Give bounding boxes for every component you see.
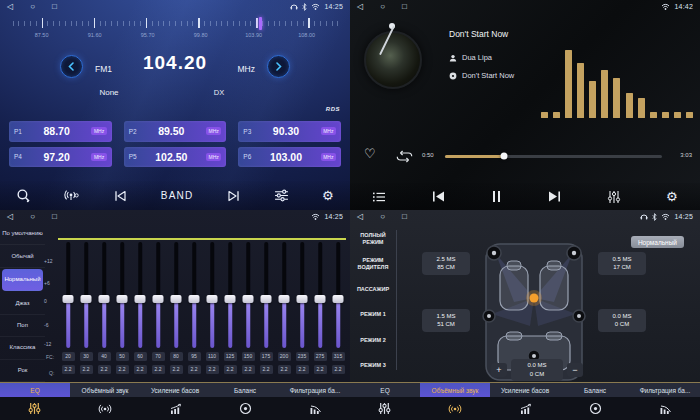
- listening-mode-item[interactable]: РЕЖИМ 2: [350, 327, 396, 352]
- repeat-icon[interactable]: [396, 149, 413, 167]
- dx-local-mode[interactable]: DX: [214, 88, 224, 97]
- eq-band-slider[interactable]: [221, 242, 239, 348]
- eq-band-slider[interactable]: [275, 242, 293, 348]
- listening-mode-item[interactable]: ПОЛНЫЙ РЕЖИМ: [350, 226, 396, 251]
- eq-preset-item[interactable]: Джаз: [0, 292, 45, 314]
- search-icon[interactable]: [16, 188, 31, 203]
- eq-slider-handle[interactable]: [261, 295, 272, 303]
- eq-band-slider[interactable]: [239, 242, 257, 348]
- back-button[interactable]: ◁: [7, 213, 13, 221]
- recents-button[interactable]: □: [52, 3, 57, 11]
- audio-tab[interactable]: Усиление басов: [140, 383, 210, 397]
- recents-button[interactable]: □: [52, 213, 57, 221]
- surround-tab-icon[interactable]: [98, 403, 112, 415]
- eq-band-slider[interactable]: [167, 242, 185, 348]
- delay-increase-button[interactable]: +: [491, 363, 507, 377]
- eq-band-slider[interactable]: [257, 242, 275, 348]
- settings-gear-icon[interactable]: ⚙: [322, 189, 334, 202]
- eq-tab-icon[interactable]: [378, 402, 391, 415]
- eq-slider-handle[interactable]: [315, 295, 326, 303]
- broadcast-scan-icon[interactable]: [64, 189, 80, 203]
- rear-right-delay[interactable]: 0.0 MS 0 CM: [598, 309, 646, 332]
- eq-band-slider[interactable]: [185, 242, 203, 348]
- preset-button[interactable]: P1 88.70 MHz: [9, 121, 112, 142]
- home-button[interactable]: ○: [30, 213, 35, 221]
- eq-slider-handle[interactable]: [225, 295, 236, 303]
- eq-band-slider[interactable]: [77, 242, 95, 348]
- eq-band-slider[interactable]: [95, 242, 113, 348]
- balance-tab-icon[interactable]: [239, 402, 252, 415]
- audio-tab[interactable]: EQ: [0, 383, 70, 397]
- eq-band-slider[interactable]: [329, 242, 347, 348]
- eq-slider-handle[interactable]: [99, 295, 110, 303]
- audio-tab[interactable]: Объёмный звук: [420, 383, 490, 397]
- eq-band-slider[interactable]: [149, 242, 167, 348]
- front-right-delay[interactable]: 0.5 MS 17 CM: [598, 252, 646, 275]
- favorite-heart-icon[interactable]: ♡: [364, 147, 376, 160]
- equalizer-settings-icon[interactable]: [274, 189, 289, 202]
- delay-preset-button[interactable]: Нормальный: [631, 236, 684, 248]
- bass-filter-tab-icon[interactable]: [309, 403, 322, 415]
- eq-preset-item[interactable]: Обычай: [0, 245, 45, 267]
- audio-tab[interactable]: EQ: [350, 383, 420, 397]
- eq-slider-handle[interactable]: [171, 295, 182, 303]
- listening-mode-item[interactable]: РЕЖИМ ВОДИТЕЛЯ: [350, 251, 396, 276]
- eq-slider-handle[interactable]: [81, 295, 92, 303]
- tuner-dial[interactable]: 87.5091.6095.7099.80103.90108.00: [4, 16, 346, 42]
- listening-mode-item[interactable]: РЕЖИМ 1: [350, 302, 396, 327]
- home-button[interactable]: ○: [380, 3, 385, 11]
- settings-gear-icon[interactable]: ⚙: [666, 190, 678, 203]
- audio-tab[interactable]: Объёмный звук: [70, 383, 140, 397]
- eq-slider-handle[interactable]: [153, 295, 164, 303]
- listening-mode-item[interactable]: ПАССАЖИР: [350, 277, 396, 302]
- previous-station-icon[interactable]: [113, 190, 128, 202]
- bass-filter-tab-icon[interactable]: [659, 403, 672, 415]
- eq-slider-handle[interactable]: [63, 295, 74, 303]
- eq-slider-handle[interactable]: [297, 295, 308, 303]
- audio-tab[interactable]: Усиление басов: [490, 383, 560, 397]
- eq-band-slider[interactable]: [131, 242, 149, 348]
- back-button[interactable]: ◁: [7, 3, 13, 11]
- eq-slider-handle[interactable]: [117, 295, 128, 303]
- eq-slider-handle[interactable]: [207, 295, 218, 303]
- next-track-icon[interactable]: [547, 190, 562, 203]
- eq-preset-item[interactable]: Поп: [0, 315, 45, 337]
- preset-button[interactable]: P2 89.50 MHz: [124, 121, 227, 142]
- delay-decrease-button[interactable]: −: [567, 363, 583, 377]
- playlist-icon[interactable]: [372, 191, 386, 203]
- eq-band-slider[interactable]: [203, 242, 221, 348]
- back-button[interactable]: ◁: [357, 3, 363, 11]
- home-button[interactable]: ○: [30, 3, 35, 11]
- eq-band-slider[interactable]: [113, 242, 131, 348]
- seek-up-button[interactable]: [267, 55, 290, 78]
- surround-tab-icon[interactable]: [448, 403, 462, 415]
- preset-button[interactable]: P6 103.00 MHz: [238, 147, 341, 168]
- balance-tab-icon[interactable]: [589, 402, 602, 415]
- seek-down-button[interactable]: [60, 55, 83, 78]
- preset-button[interactable]: P4 97.20 MHz: [9, 147, 112, 168]
- audio-tab[interactable]: Баланс: [560, 383, 630, 397]
- eq-preset-item[interactable]: Нормальный: [2, 269, 43, 291]
- eq-preset-item[interactable]: Классика: [0, 337, 45, 359]
- audio-tab[interactable]: Фильтрация ба...: [630, 383, 700, 397]
- progress-knob[interactable]: [500, 153, 507, 160]
- front-left-delay[interactable]: 2.5 MS 85 CM: [422, 252, 470, 275]
- preset-button[interactable]: P5 102.50 MHz: [124, 147, 227, 168]
- audio-tab[interactable]: Фильтрация ба...: [280, 383, 350, 397]
- rear-left-delay[interactable]: 1.5 MS 51 CM: [422, 309, 470, 332]
- listening-mode-item[interactable]: РЕЖИМ 3: [350, 353, 396, 378]
- band-button[interactable]: BAND: [161, 190, 194, 201]
- eq-preset-item[interactable]: Рок: [0, 360, 45, 382]
- eq-slider-handle[interactable]: [333, 295, 344, 303]
- eq-slider-handle[interactable]: [189, 295, 200, 303]
- eq-slider-handle[interactable]: [279, 295, 290, 303]
- next-station-icon[interactable]: [226, 190, 241, 202]
- preset-button[interactable]: P3 90.30 MHz: [238, 121, 341, 142]
- eq-tab-icon[interactable]: [28, 402, 41, 415]
- eq-slider-handle[interactable]: [135, 295, 146, 303]
- bass-boost-tab-icon[interactable]: [519, 403, 532, 415]
- eq-band-slider[interactable]: [311, 242, 329, 348]
- eq-band-slider[interactable]: [59, 242, 77, 348]
- home-button[interactable]: ○: [380, 213, 385, 221]
- eq-band-slider[interactable]: [293, 242, 311, 348]
